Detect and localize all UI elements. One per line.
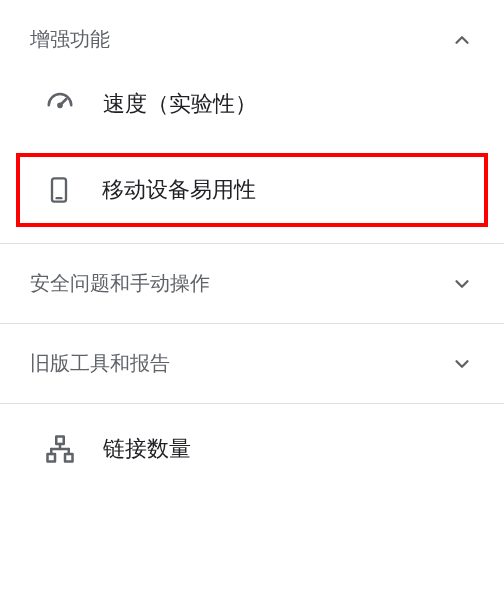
sitemap-icon — [45, 434, 75, 464]
section-title: 旧版工具和报告 — [30, 350, 170, 377]
section-legacy: 旧版工具和报告 — [0, 324, 504, 404]
section-title: 安全问题和手动操作 — [30, 270, 210, 297]
section-header-enhancements[interactable]: 增强功能 — [0, 0, 504, 79]
section-header-security[interactable]: 安全问题和手动操作 — [0, 244, 504, 323]
chevron-up-icon — [450, 28, 474, 52]
chevron-down-icon — [450, 352, 474, 376]
menu-label: 移动设备易用性 — [102, 175, 256, 205]
gauge-icon — [45, 89, 75, 119]
section-title: 增强功能 — [30, 26, 110, 53]
menu-label: 链接数量 — [103, 434, 191, 464]
section-header-legacy[interactable]: 旧版工具和报告 — [0, 324, 504, 403]
highlight-mobile-usability: 移动设备易用性 — [16, 153, 488, 227]
section-security: 安全问题和手动操作 — [0, 244, 504, 324]
section-enhancements: 增强功能 速度（实验性） 移动设备易用性 — [0, 0, 504, 244]
section-links: 链接数量 — [0, 404, 504, 494]
menu-item-speed[interactable]: 速度（实验性） — [0, 79, 504, 149]
mobile-icon — [44, 175, 74, 205]
menu-label: 速度（实验性） — [103, 89, 257, 119]
menu-item-link-count[interactable]: 链接数量 — [0, 404, 504, 494]
menu-item-mobile-usability[interactable]: 移动设备易用性 — [44, 175, 474, 205]
svg-point-1 — [58, 104, 61, 107]
chevron-down-icon — [450, 272, 474, 296]
